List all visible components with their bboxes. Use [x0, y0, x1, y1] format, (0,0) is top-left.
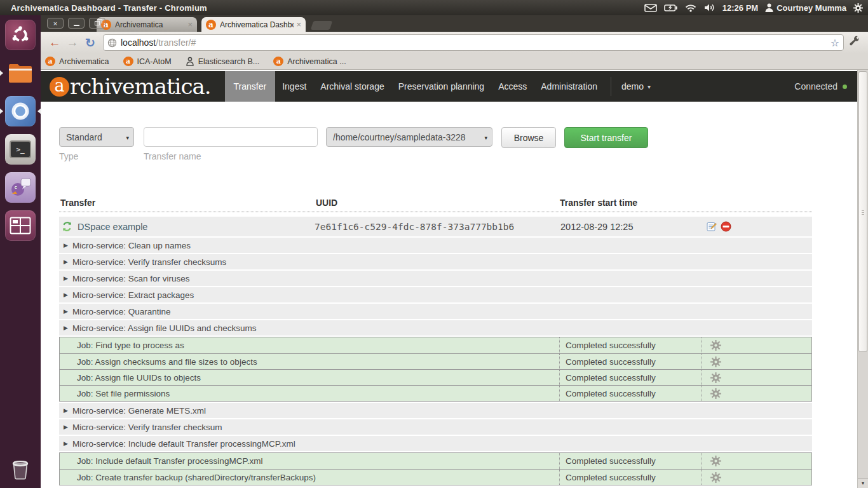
microservice-row[interactable]: ▶ Micro-service: Extract packages: [59, 287, 812, 302]
expand-icon: ▶: [64, 292, 68, 298]
archivematica-favicon: a: [273, 57, 283, 66]
transfer-name-input[interactable]: [144, 127, 318, 147]
bookmark-elasticsearch[interactable]: Elasticsearch B...: [186, 57, 260, 66]
gear-icon[interactable]: [710, 456, 721, 466]
globe-icon: [107, 38, 117, 48]
scrollbar-down-button[interactable]: ▾: [858, 478, 868, 488]
scrollbar[interactable]: ▾: [857, 70, 868, 488]
gear-icon[interactable]: [710, 388, 721, 399]
microservice-row[interactable]: ▶ Micro-service: Verify transfer checksu…: [59, 254, 812, 269]
start-transfer-form: Standard ▾ Type Transfer name /home/cour…: [59, 127, 812, 161]
user-menu[interactable]: Courtney Mumma: [765, 3, 846, 13]
microservice-row[interactable]: ▶ Micro-service: Scan for viruses: [59, 271, 812, 286]
files-icon[interactable]: [5, 58, 36, 88]
job-row: Job: Set file permissions Completed succ…: [60, 385, 811, 401]
table-header: Transfer UUID Transfer start time: [59, 198, 812, 212]
workspace-switcher-icon[interactable]: [5, 210, 36, 241]
bookmark-archivematica[interactable]: a Archivematica: [45, 57, 109, 66]
gear-icon[interactable]: [710, 340, 721, 351]
gear-icon[interactable]: [710, 472, 721, 483]
gear-icon[interactable]: [710, 372, 721, 383]
job-row: Job: Assign file UUIDs to objects Comple…: [60, 369, 811, 385]
chevron-down-icon: ▾: [126, 135, 129, 141]
expand-icon: ▶: [64, 440, 68, 447]
expand-icon: ▶: [64, 424, 68, 430]
window-restore-button[interactable]: [89, 18, 105, 29]
session-gear-icon[interactable]: [853, 3, 863, 13]
job-status: Completed successfully: [559, 386, 701, 401]
nav-preservation-planning[interactable]: Preservation planning: [391, 71, 491, 102]
unity-launcher: >_: [0, 15, 41, 488]
transfer-name-label: Transfer name: [144, 151, 318, 161]
transfer-type-select[interactable]: Standard ▾: [59, 127, 134, 147]
bookmarks-bar: a Archivematica a ICA-AtoM Elasticsearch…: [41, 53, 868, 70]
window-close-button[interactable]: ×: [47, 18, 64, 29]
tab-archivematica[interactable]: a Archivematica ×: [97, 17, 197, 32]
volume-icon[interactable]: [704, 3, 715, 12]
mail-icon[interactable]: [644, 4, 657, 12]
remove-transfer-icon[interactable]: [721, 221, 731, 232]
expand-icon: ▶: [64, 407, 68, 414]
transfers-table: Transfer UUID Transfer start time DSpace…: [59, 198, 812, 485]
address-bar[interactable]: localhost/transfer/# ☆: [103, 34, 844, 51]
network-wifi-icon[interactable]: [684, 3, 697, 12]
microservice-row[interactable]: ▶ Micro-service: Clean up names: [59, 238, 812, 253]
nav-transfer[interactable]: Transfer: [225, 71, 276, 102]
start-transfer-button[interactable]: Start transfer: [564, 127, 648, 148]
ubuntu-top-panel: Archivematica Dashboard - Transfer - Chr…: [0, 0, 868, 15]
forward-icon[interactable]: →: [64, 36, 81, 50]
tab-close-icon[interactable]: ×: [296, 20, 301, 29]
transfer-name: DSpace example: [78, 222, 147, 232]
pidgin-icon[interactable]: [5, 172, 36, 203]
edit-metadata-icon[interactable]: [707, 221, 717, 232]
reload-icon[interactable]: ↻: [81, 36, 99, 50]
chromium-window: × a Archivematica × a Archivematica Dash…: [41, 15, 868, 488]
expand-icon: ▶: [64, 275, 68, 281]
transfer-start-time: 2012-08-29 12:25: [559, 222, 704, 232]
window-minimize-button[interactable]: [68, 18, 85, 29]
job-status: Completed successfully: [559, 370, 701, 385]
wrench-menu-icon[interactable]: [849, 36, 860, 50]
terminal-icon[interactable]: >_: [5, 134, 36, 165]
bookmark-star-icon[interactable]: ☆: [831, 37, 839, 49]
archivematica-navbar: archivematica. Transfer Ingest Archival …: [41, 71, 857, 102]
chromium-icon[interactable]: [5, 96, 36, 126]
nav-ingest[interactable]: Ingest: [275, 71, 313, 102]
archivematica-logo[interactable]: archivematica.: [50, 74, 211, 99]
nav-archival-storage[interactable]: Archival storage: [313, 71, 391, 102]
source-path-select[interactable]: /home/courtney/sampledata-3228 ▾: [326, 127, 492, 147]
back-icon[interactable]: ←: [46, 36, 64, 50]
user-icon: [765, 3, 773, 12]
nav-access[interactable]: Access: [491, 71, 534, 102]
bookmark-ica-atom[interactable]: a ICA-AtoM: [123, 57, 172, 66]
expand-icon: ▶: [64, 242, 68, 248]
battery-icon[interactable]: [664, 4, 677, 11]
microservice-row[interactable]: ▶ Micro-service: Assign file UUIDs and c…: [59, 320, 812, 336]
running-indicator: [0, 108, 6, 114]
trash-icon[interactable]: [5, 454, 36, 484]
user-dropdown[interactable]: demo ▾: [618, 81, 654, 92]
job-row: Job: Find type to process as Completed s…: [60, 337, 811, 353]
tab-archivematica-dashboard[interactable]: a Archivematica Dashboard ×: [201, 17, 306, 32]
bookmark-archivematica-2[interactable]: a Archivematica ...: [273, 57, 346, 66]
job-group: Job: Find type to process as Completed s…: [59, 337, 812, 402]
browse-button[interactable]: Browse: [501, 127, 556, 148]
microservice-row[interactable]: ▶ Micro-service: Include default Transfe…: [59, 436, 812, 451]
atom-favicon: a: [123, 57, 133, 66]
expand-icon: ▶: [64, 325, 68, 331]
new-tab-button[interactable]: [311, 21, 333, 30]
scrollbar-thumb[interactable]: [858, 71, 867, 352]
tab-close-icon[interactable]: ×: [187, 20, 193, 29]
job-row: Job: Include default Transfer processing…: [60, 453, 811, 469]
transfer-row[interactable]: DSpace example 7e61f1c6-c529-4fdc-878f-3…: [59, 217, 812, 236]
nav-administration[interactable]: Administration: [534, 71, 604, 102]
microservice-row[interactable]: ▶ Micro-service: Quarantine: [59, 304, 812, 319]
microservice-row[interactable]: ▶ Micro-service: Generate METS.xml: [59, 403, 812, 418]
ubuntu-dash-icon[interactable]: [5, 20, 36, 50]
chevron-down-icon: ▾: [484, 135, 487, 141]
tab-strip: × a Archivematica × a Archivematica Dash…: [41, 15, 868, 32]
clock[interactable]: 12:26 PM: [722, 3, 758, 13]
gear-icon[interactable]: [710, 356, 721, 367]
elasticsearch-favicon: [186, 57, 194, 66]
microservice-row[interactable]: ▶ Micro-service: Verify transfer checksu…: [59, 419, 812, 435]
